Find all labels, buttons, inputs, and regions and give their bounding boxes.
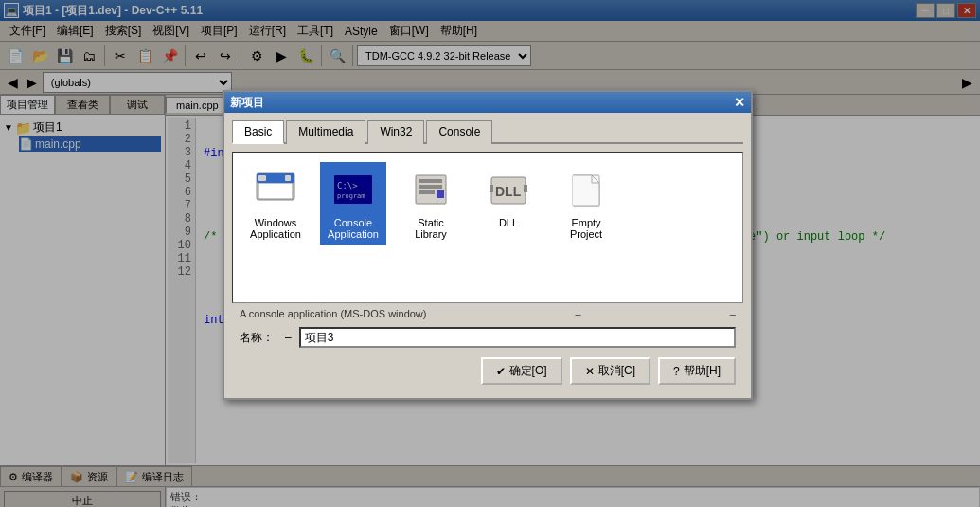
dialog-body: Basic Multimedia Win32 Console: [224, 113, 751, 398]
dll-label: DLL: [499, 217, 518, 228]
svg-rect-4: [285, 175, 291, 181]
dialog-tabs: Basic Multimedia Win32 Console: [232, 120, 743, 144]
svg-rect-16: [524, 185, 527, 192]
svg-rect-1: [258, 183, 293, 199]
project-type-static-lib[interactable]: Static Library: [398, 162, 464, 245]
dll-icon: DLL: [486, 168, 531, 213]
desc-dash-2: –: [730, 308, 736, 319]
svg-rect-12: [437, 190, 444, 198]
empty-project-icon: [563, 168, 609, 213]
name-row: 名称： –: [232, 323, 743, 352]
svg-rect-15: [490, 185, 493, 192]
dialog-tab-win32[interactable]: Win32: [367, 120, 424, 144]
ok-label: 确定[O]: [509, 363, 547, 379]
cancel-label: 取消[C]: [598, 363, 635, 379]
help-button[interactable]: ? 帮助[H]: [658, 357, 736, 385]
ok-icon: ✔: [496, 365, 506, 378]
svg-text:C:\>_: C:\>_: [337, 181, 364, 190]
dialog-tab-basic[interactable]: Basic: [232, 120, 284, 144]
dialog-title-bar: 新项目 ✕: [224, 92, 751, 113]
windows-app-icon: [253, 168, 298, 213]
name-dash: –: [285, 331, 292, 344]
cancel-icon: ✕: [585, 365, 595, 378]
dialog-close-button[interactable]: ✕: [734, 95, 745, 110]
ok-button[interactable]: ✔ 确定[O]: [481, 357, 562, 385]
project-type-console-app[interactable]: C:\>_ program Console Application: [320, 162, 386, 245]
dialog-tab-multimedia[interactable]: Multimedia: [286, 120, 365, 144]
cancel-button[interactable]: ✕ 取消[C]: [570, 357, 650, 385]
project-icons-panel: Windows Application C:\>_ program Consol…: [232, 152, 743, 303]
project-type-windows-app[interactable]: Windows Application: [242, 162, 309, 245]
desc-dash-1: –: [576, 308, 581, 319]
svg-text:DLL: DLL: [495, 184, 522, 199]
dialog-tab-console[interactable]: Console: [426, 120, 492, 144]
static-lib-label: Static Library: [401, 217, 460, 240]
dialog-buttons: ✔ 确定[O] ✕ 取消[C] ? 帮助[H]: [232, 352, 743, 390]
svg-rect-11: [419, 190, 435, 194]
windows-app-label: Windows Application: [246, 217, 305, 240]
static-lib-icon: [408, 168, 454, 213]
description-bar: A console application (MS-DOS window) – …: [232, 303, 743, 323]
dialog-overlay: 新项目 ✕ Basic Multimedia Win32 Console: [0, 0, 980, 507]
console-app-icon: C:\>_ program: [330, 168, 376, 213]
console-app-label: Console Application: [324, 217, 383, 240]
dialog-title-text: 新项目: [230, 95, 264, 111]
new-project-dialog: 新项目 ✕ Basic Multimedia Win32 Console: [223, 90, 753, 400]
help-label: 帮助[H]: [684, 363, 721, 379]
project-type-dll[interactable]: DLL DLL: [475, 162, 542, 234]
svg-text:program: program: [337, 192, 365, 200]
empty-project-label: Empty Project: [557, 217, 615, 240]
name-label: 名称：: [240, 330, 277, 346]
help-icon: ?: [673, 365, 680, 378]
svg-rect-3: [258, 175, 266, 181]
project-name-input[interactable]: [299, 327, 736, 348]
svg-rect-10: [419, 185, 442, 189]
svg-rect-9: [419, 179, 442, 183]
project-type-empty[interactable]: Empty Project: [553, 162, 619, 245]
project-description: A console application (MS-DOS window): [240, 308, 426, 319]
